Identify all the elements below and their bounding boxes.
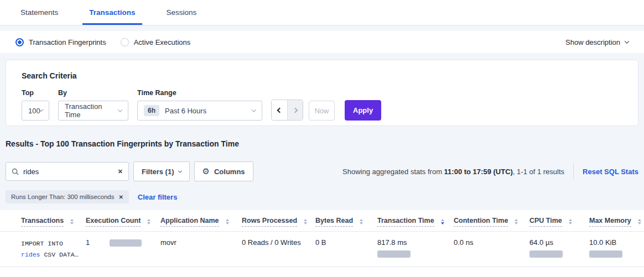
chevron-left-icon — [277, 107, 282, 113]
divider — [573, 164, 574, 179]
sort-icon — [360, 219, 363, 224]
filters-label: Filters (1) — [142, 168, 174, 176]
view-mode-bar: Transaction Fingerprints Active Executio… — [0, 31, 644, 53]
top-select[interactable]: 100 — [22, 101, 49, 121]
radio-active-executions[interactable]: Active Executions — [121, 38, 191, 46]
show-description-toggle[interactable]: Show description — [565, 38, 629, 46]
transaction-link[interactable]: rides — [21, 251, 40, 258]
sort-icon — [147, 219, 150, 224]
search-criteria-title: Search Criteria — [22, 71, 622, 80]
transaction-fingerprint[interactable]: IMPORT INTO rides CSV DATA… — [21, 238, 81, 260]
time-range-value: Past 6 Hours — [165, 107, 206, 115]
transaction-time-cell: 817.8 ms — [377, 232, 454, 267]
chevron-right-icon — [293, 107, 298, 113]
sort-icon — [70, 219, 74, 224]
chevron-down-icon — [178, 169, 181, 173]
column-header-application-name[interactable]: Application Name — [160, 217, 229, 227]
max-memory-bar — [589, 250, 622, 258]
column-header-transaction-time[interactable]: Transaction Time — [377, 217, 444, 227]
sort-icon — [569, 219, 572, 224]
columns-button[interactable]: ⚙ Columns — [194, 161, 253, 181]
execution-count-cell: 1 — [86, 238, 156, 247]
column-header-contention-time[interactable]: Contention Time — [454, 217, 518, 227]
stats-suffix: , 1-1 of 1 results — [513, 168, 564, 176]
column-header-transactions[interactable]: Transactions — [21, 217, 74, 227]
column-header-rows-processed[interactable]: Rows Processed — [242, 217, 307, 227]
contention-time-cell: 0.0 ns — [454, 232, 529, 267]
radio-label: Transaction Fingerprints — [29, 38, 106, 46]
radio-selected-icon — [15, 38, 24, 46]
tab-statements[interactable]: Statements — [14, 1, 65, 25]
sort-desc-icon — [441, 219, 444, 224]
apply-button[interactable]: Apply — [345, 100, 381, 121]
tab-sessions[interactable]: Sessions — [160, 1, 204, 25]
column-header-cpu-time[interactable]: CPU Time — [529, 217, 572, 227]
transaction-time-bar — [377, 250, 411, 258]
tab-transactions[interactable]: Transactions — [82, 1, 142, 25]
time-next-button[interactable] — [287, 100, 303, 120]
table-header-row: Transactions Execution Count Application… — [0, 210, 644, 232]
chevron-down-icon — [252, 107, 256, 112]
search-criteria-card: Search Criteria Top 100 By Transaction T… — [6, 60, 638, 126]
top-label: Top — [22, 89, 49, 97]
filter-chip-label: Runs Longer Than: 300 milliseconds — [11, 194, 114, 200]
time-prev-button[interactable] — [272, 100, 287, 120]
search-clear-icon[interactable]: ✕ — [118, 168, 123, 175]
columns-label: Columns — [214, 168, 245, 176]
time-range-select[interactable]: 6h Past 6 Hours — [137, 101, 262, 121]
results-table-card: Transactions Execution Count Application… — [0, 210, 644, 277]
by-select[interactable]: Transaction Time — [58, 101, 128, 121]
sort-icon — [226, 219, 229, 224]
filter-chip-row: Runs Longer Than: 300 milliseconds ✕ Cle… — [6, 190, 638, 203]
application-name-cell: movr — [160, 232, 242, 267]
results-table: Transactions Execution Count Application… — [0, 210, 644, 267]
chip-remove-icon[interactable]: ✕ — [118, 194, 123, 200]
page-tabs: Statements Transactions Sessions — [0, 0, 644, 25]
rows-processed-cell: 0 Reads / 0 Writes — [242, 232, 315, 267]
by-label: By — [58, 89, 128, 97]
search-input[interactable] — [23, 168, 118, 176]
time-range-label: Time Range — [137, 89, 262, 97]
reset-sql-stats-link[interactable]: Reset SQL Stats — [583, 168, 638, 176]
max-memory-cell: 10.0 KiB — [589, 232, 644, 267]
now-button[interactable]: Now — [309, 101, 335, 121]
chevron-down-icon — [118, 107, 122, 112]
sort-icon — [515, 219, 518, 224]
execution-count-bar — [110, 239, 142, 247]
stats-summary: Showing aggregated stats from 11:00 to 1… — [342, 164, 638, 179]
gear-icon: ⚙ — [202, 166, 210, 176]
radio-label: Active Executions — [134, 38, 191, 46]
filter-chip: Runs Longer Than: 300 milliseconds ✕ — [6, 190, 129, 203]
column-header-bytes-read[interactable]: Bytes Read — [315, 217, 363, 227]
top-select-value: 100 — [28, 107, 40, 115]
radio-unselected-icon — [121, 38, 129, 46]
bytes-read-cell: 0 B — [315, 232, 377, 267]
results-toolbar: ✕ Filters (1) ⚙ Columns Showing aggregat… — [6, 161, 638, 181]
radio-transaction-fingerprints[interactable]: Transaction Fingerprints — [15, 38, 106, 46]
clear-filters-link[interactable]: Clear filters — [138, 193, 178, 201]
search-box: ✕ — [6, 162, 129, 181]
sort-icon — [304, 219, 307, 224]
by-select-value: Transaction Time — [65, 102, 118, 119]
table-row: IMPORT INTO rides CSV DATA… 1 movr 0 Rea… — [0, 232, 644, 267]
search-icon — [12, 168, 19, 175]
time-nav-group — [271, 100, 303, 121]
show-description-label: Show description — [565, 38, 620, 46]
chevron-down-icon — [625, 39, 629, 43]
time-range-badge: 6h — [144, 105, 159, 116]
results-heading: Results - Top 100 Transaction Fingerprin… — [6, 139, 638, 148]
sort-icon — [638, 219, 641, 224]
cpu-time-bar — [529, 250, 563, 258]
column-header-max-memory[interactable]: Max Memory — [589, 217, 641, 227]
filters-button[interactable]: Filters (1) — [133, 161, 190, 181]
stats-range: 11:00 to 17:59 (UTC) — [444, 168, 513, 176]
cpu-time-cell: 64.0 µs — [529, 232, 589, 267]
stats-prefix: Showing aggregated stats from — [342, 168, 444, 176]
column-header-execution-count[interactable]: Execution Count — [86, 217, 150, 227]
